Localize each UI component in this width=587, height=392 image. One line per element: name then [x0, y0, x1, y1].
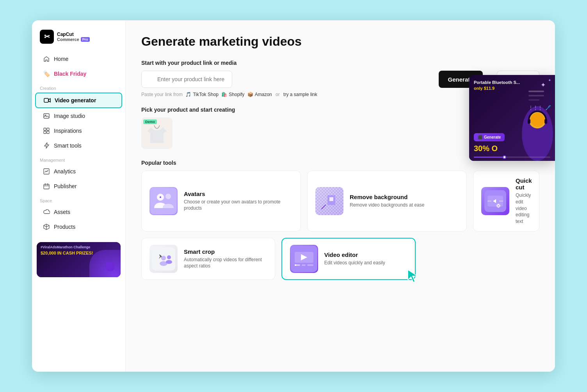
video-editor-name: Video editor — [324, 251, 385, 258]
shopify-link[interactable]: Shopify — [229, 92, 244, 97]
sidebar: ✂ CapCut Commerce Pro Home 🏷️ Black Frid… — [32, 20, 126, 372]
cursor-arrow — [405, 267, 420, 285]
svg-rect-30 — [307, 264, 313, 266]
svg-rect-5 — [44, 128, 46, 130]
svg-rect-36 — [544, 119, 547, 124]
svg-rect-35 — [528, 119, 530, 124]
popular-tools-section: Popular tools — [141, 160, 539, 280]
capcut-logo-icon: ✂ — [40, 30, 54, 44]
home-icon — [43, 55, 50, 62]
svg-point-24 — [167, 255, 171, 259]
video-editor-icon — [290, 245, 318, 273]
tool-card-remove-bg[interactable]: Remove background Remove video backgroun… — [307, 171, 467, 232]
smart-crop-desc: Automatically crop videos for different … — [184, 257, 267, 270]
avatars-icon-wrap: 👆 — [149, 187, 178, 215]
input-wrapper: 🔗 — [141, 71, 434, 88]
lightning-icon — [43, 142, 50, 149]
avatars-desc: Choose or create your own avatars to pro… — [184, 199, 293, 212]
svg-rect-2 — [44, 98, 48, 102]
sidebar-item-smart-tools[interactable]: Smart tools — [35, 139, 122, 153]
svg-rect-6 — [47, 128, 49, 130]
svg-point-16 — [160, 196, 161, 198]
sparkle-small-icon: ✦ — [548, 78, 551, 82]
svg-rect-10 — [44, 184, 49, 189]
amazon-link[interactable]: Amazon — [255, 92, 272, 97]
sidebar-item-assets[interactable]: Assets — [35, 205, 122, 219]
grid-icon — [43, 127, 50, 134]
input-section-subtitle: Start with your product link or media — [141, 60, 539, 66]
svg-rect-3 — [44, 114, 49, 118]
smart-crop-icon — [149, 245, 178, 273]
avatars-icon: 👆 — [149, 187, 178, 215]
sidebar-item-home[interactable]: Home — [35, 52, 122, 66]
product-demo-card[interactable]: Demo — [141, 118, 173, 149]
smart-crop-icon-wrap — [149, 245, 178, 273]
page-title: Generate marketing videos — [141, 34, 539, 49]
sidebar-item-image-studio[interactable]: Image studio — [35, 109, 122, 123]
svg-point-11 — [105, 262, 115, 271]
section-creation-label: Creation — [32, 81, 125, 92]
quick-cut-icon-wrap — [481, 187, 509, 215]
tool-card-avatars[interactable]: 👆 Avatars Choose or create your own avat… — [141, 171, 301, 232]
svg-point-31 — [295, 264, 296, 266]
sidebar-item-publisher[interactable]: Publisher — [35, 179, 122, 193]
svg-rect-8 — [47, 131, 49, 134]
pro-badge: Pro — [81, 37, 90, 42]
try-sample-link[interactable]: try a sample link — [283, 92, 317, 97]
box-icon — [43, 223, 50, 230]
ad-person — [520, 102, 555, 161]
ad-ui-dots: ⋮⋮⋮ 🖊️ — [528, 91, 551, 111]
ad-progress-bar — [474, 157, 550, 158]
section-management-label: Management — [32, 153, 125, 164]
sidebar-item-black-friday[interactable]: 🏷️ Black Friday — [35, 67, 122, 81]
calendar-icon — [43, 183, 50, 190]
ad-discount: 30% O — [474, 144, 498, 153]
svg-rect-13 — [150, 188, 177, 214]
video-editor-desc: Edit videos quickly and easily — [324, 260, 385, 266]
tool-card-quick-cut[interactable]: Quick cut Quickly edit video editing tex… — [473, 171, 539, 232]
svg-rect-29 — [302, 264, 306, 266]
quick-cut-icon — [481, 187, 509, 215]
tool-card-smart-crop[interactable]: Smart crop Automatically crop videos for… — [141, 238, 275, 280]
sidebar-banner[interactable]: #ViralAdsMarathon Challenge $20,000 IN C… — [37, 242, 121, 277]
svg-point-25 — [166, 260, 172, 264]
tiktok-shop-link[interactable]: TikTok Shop — [193, 92, 219, 97]
remove-bg-svg — [320, 191, 339, 211]
main-content: Generate marketing videos Start with you… — [126, 20, 555, 372]
svg-point-22 — [161, 256, 166, 260]
sidebar-item-video-generator[interactable]: Video generator — [35, 93, 122, 108]
avatars-name: Avatars — [184, 191, 293, 197]
app-window: ✂ CapCut Commerce Pro Home 🏷️ Black Frid… — [32, 20, 555, 372]
sidebar-item-products[interactable]: Products — [35, 220, 122, 234]
svg-text:✂: ✂ — [44, 33, 50, 41]
smart-crop-name: Smart crop — [184, 248, 267, 255]
svg-point-15 — [165, 194, 171, 199]
logo[interactable]: ✂ CapCut Commerce Pro — [32, 20, 125, 52]
empty-space — [422, 238, 539, 280]
quick-cut-desc: Quickly edit video editing text — [516, 192, 532, 225]
remove-bg-name: Remove background — [350, 194, 424, 200]
product-link-input[interactable] — [141, 71, 232, 88]
svg-point-34 — [530, 113, 544, 127]
tag-icon: 🏷️ — [43, 70, 50, 77]
video-icon — [44, 97, 51, 104]
sparkle-icon: ✦ — [541, 81, 546, 89]
remove-bg-icon — [315, 187, 343, 215]
ad-generate-button[interactable]: ⬛ Generate — [474, 133, 505, 141]
ad-product-name: Portable Bluetooth S... only $11.9 — [474, 80, 520, 92]
demo-badge: Demo — [143, 119, 157, 124]
quick-cut-name: Quick cut — [516, 177, 532, 191]
chart-icon — [43, 168, 50, 175]
sidebar-item-analytics[interactable]: Analytics — [35, 164, 122, 178]
video-editor-icon-wrap — [290, 245, 318, 273]
section-space-label: Space — [32, 194, 125, 205]
image-icon — [43, 112, 50, 119]
remove-bg-desc: Remove video backgrounds at ease — [350, 202, 424, 208]
cloud-icon — [43, 208, 50, 216]
remove-bg-icon-wrap — [315, 187, 343, 215]
floating-ad-panel: ✦ ✦ Portable Bluetooth S... only $11.9 ⋮… — [469, 75, 555, 161]
sidebar-item-inspirations[interactable]: Inspirations — [35, 124, 122, 138]
tool-card-video-editor[interactable]: Video editor Edit videos quickly and eas… — [281, 238, 416, 280]
shirt-illustration — [147, 121, 167, 145]
svg-rect-7 — [44, 131, 46, 134]
